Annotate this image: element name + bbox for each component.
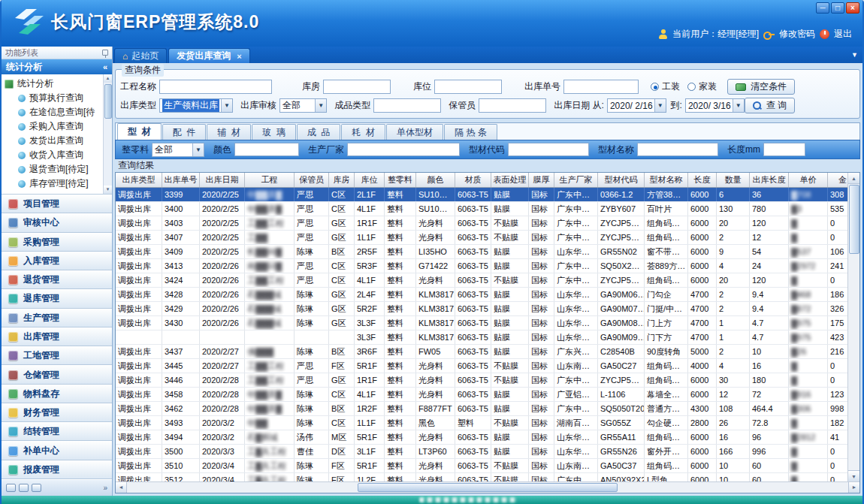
table-row[interactable]: 调拨出库34242020/2/26工▓▓工程严思C区4L1F整料光身料6063-…	[116, 273, 847, 288]
chevron-down-icon[interactable]: ▼	[654, 99, 666, 112]
pin-icon[interactable]	[102, 50, 108, 56]
collapse-icon[interactable]: «	[103, 62, 107, 71]
hscrollbar-track[interactable]	[127, 482, 848, 493]
tree-scrollbar-thumb[interactable]	[104, 84, 112, 119]
column-header[interactable]: 生产厂家	[554, 173, 598, 187]
tab-start[interactable]: ⌂起始页	[114, 48, 167, 63]
grid-hscrollbar[interactable]: ◄ ►	[116, 481, 859, 493]
column-header[interactable]: 出库日期	[200, 173, 245, 187]
profile-code-input[interactable]	[508, 143, 589, 156]
column-header[interactable]: 保管员	[295, 173, 329, 187]
search-button[interactable]: 查 询	[745, 98, 795, 113]
column-header[interactable]: 出库类型	[116, 173, 162, 187]
table-row[interactable]: 调拨出库35122020/3/4工▓共工程陈琳F区1L2F整料光身料6063-T…	[116, 473, 847, 481]
column-header[interactable]: 整零料	[385, 173, 416, 187]
profile-name-input[interactable]	[637, 143, 718, 156]
column-header[interactable]: 库房	[329, 173, 355, 187]
column-header[interactable]: 工程	[245, 173, 295, 187]
table-row[interactable]: 3L3F整料KLM38176063-T5贴膜国标山东华…GA90M09…门下方4…	[116, 330, 847, 345]
sidebar-module[interactable]: 退货管理	[2, 270, 112, 289]
material-tab[interactable]: 型 材	[117, 123, 162, 140]
radio-homewear[interactable]: 家装	[687, 80, 717, 93]
hscrollbar-thumb[interactable]	[358, 483, 618, 492]
sidebar-module[interactable]: 仓储管理	[2, 365, 112, 384]
minimize-button[interactable]: ─	[816, 2, 829, 14]
panel-view-icon[interactable]	[6, 484, 16, 492]
maximize-button[interactable]: □	[831, 2, 844, 14]
column-header[interactable]: 型材名称	[645, 173, 688, 187]
column-header[interactable]: 单价	[789, 173, 828, 187]
column-header[interactable]: 库位	[355, 173, 385, 187]
column-header[interactable]: 数量	[717, 173, 750, 187]
sidebar-module[interactable]: 退库管理	[2, 289, 112, 308]
whole-scrap-select[interactable]: 全部 ▼	[152, 143, 204, 157]
sidebar-module[interactable]: 项目管理	[2, 195, 112, 213]
column-header[interactable]: 颜色	[416, 173, 455, 187]
tab-list-dropdown-icon[interactable]: ▼	[851, 51, 858, 59]
date-from-picker[interactable]: 2020/ 2/16 ▼	[607, 98, 666, 113]
close-button[interactable]: ×	[846, 2, 859, 14]
grid-vscrollbar[interactable]: ▲ ▼	[847, 173, 859, 481]
table-row[interactable]: 调拨出库34282020/2/26石▓▓▓城陈琳G区2L4F整料KLM38176…	[116, 288, 847, 302]
column-header[interactable]: 长度	[688, 173, 717, 187]
manufacturer-input[interactable]	[347, 143, 460, 156]
table-row[interactable]: 调拨出库35002020/3/3工▓共工程曹佳D区3L1F整料LT3P60606…	[116, 445, 847, 459]
column-header[interactable]: 材质	[455, 173, 491, 187]
material-tab[interactable]: 单体型材	[386, 124, 443, 140]
logout-link[interactable]: 退出	[834, 28, 852, 41]
table-row[interactable]: 调拨出库34302020/2/26石▓▓▓城陈琳G区3L3F整料KLM38176…	[116, 316, 847, 330]
sidebar-module[interactable]: 补单中心	[2, 441, 112, 460]
sidebar-module[interactable]: 财务管理	[2, 403, 112, 422]
table-row[interactable]: 调拨出库34092020/2/25长▓▓间▓陈琳B区2R5F整料LI35HO60…	[116, 245, 847, 259]
table-row[interactable]: 调拨出库35102020/3/4工▓共工程陈琳F区5R1F整料光身料6063-T…	[116, 459, 847, 473]
material-tab[interactable]: 隔 热 条	[444, 124, 497, 140]
table-row[interactable]: 调拨出库34942020/3/2石▓辉城汤伟M区5R1F整料光身料6063-T5…	[116, 430, 847, 445]
vscrollbar-thumb[interactable]	[849, 185, 859, 254]
scroll-up-icon[interactable]: ▲	[848, 173, 859, 184]
expand-icon[interactable]: »	[103, 484, 107, 492]
table-row[interactable]: 调拨出库34032020/2/25工▓▓工程严思G区1R1F整料光身料6063-…	[116, 216, 847, 231]
scroll-up-icon[interactable]: ▲	[104, 74, 112, 83]
table-row[interactable]: 调拨出库34932020/3/2华▓▓陈琳C区1L1F整料黑色塑料不贴膜国标湖南…	[116, 416, 847, 430]
material-tab[interactable]: 辅 材	[207, 124, 251, 140]
tree-root[interactable]: 统计分析	[5, 77, 101, 91]
table-row[interactable]: 调拨出库34132020/2/26南▓▓回▓严思C区5R3F整料G7142260…	[116, 259, 847, 273]
scroll-left-icon[interactable]: ◄	[116, 482, 127, 493]
tree-item[interactable]: 库存管理[待定]	[5, 177, 101, 191]
project-name-input[interactable]	[159, 80, 272, 94]
sidebar-module[interactable]: 审核中心	[2, 213, 112, 232]
column-header[interactable]: 表面处理	[491, 173, 529, 187]
folder-icon[interactable]	[32, 484, 41, 492]
table-row[interactable]: 调拨出库34292020/2/26石▓▓▓城陈琳G区5R2F整料KLM38176…	[116, 302, 847, 316]
warehouse-input[interactable]	[323, 80, 391, 94]
column-header[interactable]: 型材代码	[598, 173, 645, 187]
table-row[interactable]: 调拨出库34372020/2/27佛▓▓▓陈琳B区3R6F整料FW056063-…	[116, 345, 847, 359]
material-tab[interactable]: 配 件	[162, 124, 207, 140]
sidebar-module[interactable]: 生产管理	[2, 309, 112, 327]
radio-workwear[interactable]: 工装	[651, 80, 680, 93]
material-tab[interactable]: 成 品	[297, 124, 341, 140]
product-type-input[interactable]	[373, 98, 441, 113]
table-row[interactable]: 调拨出库33992020/2/25华▓▓原▓严思C区2L1F整料SU10…606…	[116, 188, 847, 202]
scroll-right-icon[interactable]: ►	[848, 482, 859, 493]
outbound-type-select[interactable]: 生产领料出库 ▼	[159, 98, 233, 113]
sidebar-module[interactable]: 工地管理	[2, 346, 112, 365]
sidebar-module[interactable]: 采购管理	[2, 233, 112, 252]
tree-item[interactable]: 采购入库查询	[5, 119, 101, 134]
tab-close-icon[interactable]: ×	[237, 52, 241, 61]
keeper-input[interactable]	[479, 98, 546, 113]
tree-item[interactable]: 预算执行查询	[5, 91, 101, 105]
filter-color-input[interactable]	[234, 143, 299, 156]
tab-shipping-outbound-query[interactable]: 发货出库查询×	[168, 48, 249, 63]
table-row[interactable]: 调拨出库34622020/2/28华▓▓原▓陈琳B区1R2F整料F8877FT6…	[116, 402, 847, 416]
date-to-picker[interactable]: 2020/ 3/16 ▼	[685, 98, 745, 113]
sidebar-module[interactable]: 入库管理	[2, 252, 112, 270]
sidebar-module[interactable]: 结转管理	[2, 422, 112, 441]
tree-item[interactable]: 发货出库查询	[5, 134, 101, 148]
sidebar-module[interactable]: 物料盘存	[2, 385, 112, 403]
location-input[interactable]	[434, 80, 502, 94]
table-row[interactable]: 调拨出库34452020/2/27工▓▓工程严思F区5R1F整料光身料6063-…	[116, 359, 847, 373]
tree-item[interactable]: 收货入库查询	[5, 148, 101, 162]
tree-item[interactable]: 在途信息查询[待	[5, 105, 101, 119]
chevron-down-icon[interactable]: ▼	[221, 99, 232, 112]
